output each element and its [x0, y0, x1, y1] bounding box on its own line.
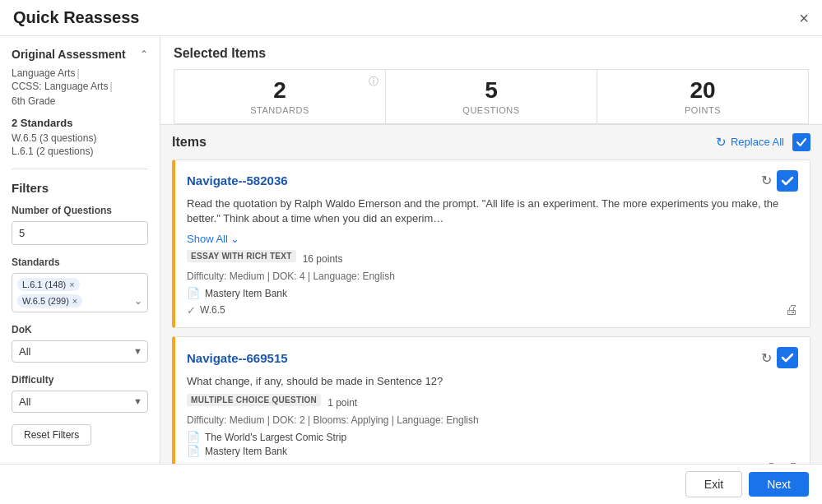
item-standard-tag-1: ✓ W.6.5 [187, 304, 225, 317]
stats-row: ⓘ 2 STANDARDS 5 QUESTIONS 20 POINTS [174, 69, 809, 124]
item-2-check-badge[interactable] [777, 347, 798, 368]
dok-select[interactable]: All [12, 341, 128, 362]
standard-item-2: L.6.1 (2 questions) [12, 146, 148, 157]
replace-all-label: Replace All [731, 136, 784, 148]
modal-header: Quick Reassess × [0, 0, 822, 36]
item-source-row-1: 📄 Mastery Item Bank [187, 287, 798, 299]
stat-label-standards: STANDARDS [174, 105, 385, 115]
difficulty-select-row: All ▼ [12, 391, 148, 413]
meta-subject: Language Arts [12, 67, 75, 79]
replace-icon: ↻ [716, 135, 727, 150]
stat-card-points: 20 POINTS [597, 69, 809, 124]
item-id-2: Navigate--669515 [187, 351, 288, 365]
item-1-check-badge[interactable] [777, 170, 798, 192]
standards-tags-container: L.6.1 (148) × W.6.5 (299) × ⌄ [12, 273, 148, 312]
selected-items-header: Selected Items ⓘ 2 STANDARDS 5 QUESTIONS… [160, 36, 822, 125]
sidebar: Original Assessment ⌃ Language Arts | CC… [0, 36, 160, 464]
original-assessment-chevron-icon[interactable]: ⌃ [140, 49, 148, 60]
num-questions-input-row: ▲ ▼ [12, 221, 148, 245]
item-card-1: Navigate--582036 ↻ Read the quotation by… [172, 160, 810, 328]
item-footer-actions-1: 🖨 [785, 303, 798, 317]
item-standard-1: W.6.5 [200, 304, 225, 316]
item-standard-row-1: ✓ W.6.5 🖨 [187, 303, 798, 317]
item-2-print-button[interactable]: 🖨 [785, 460, 798, 464]
meta-sep1: | [77, 67, 79, 79]
item-type-row-1: ESSAY WITH RICH TEXT 16 points [187, 250, 798, 267]
item-card-2-actions: ↻ [761, 347, 798, 368]
standards-tag-l61: L.6.1 (148) × [17, 278, 80, 291]
items-toolbar: Items ↻ Replace All [172, 133, 810, 151]
item-source-row-2b: 📄 Mastery Item Bank [187, 445, 798, 457]
close-button[interactable]: × [799, 10, 809, 26]
reset-filters-button[interactable]: Reset Filters [12, 424, 91, 446]
item-source-2b: Mastery Item Bank [205, 446, 287, 457]
items-section: Items ↻ Replace All [160, 125, 822, 464]
item-id-1: Navigate--582036 [187, 173, 288, 187]
difficulty-chevron-icon: ▼ [128, 396, 147, 406]
meta-sep2: | [109, 81, 112, 92]
modal-body: Original Assessment ⌃ Language Arts | CC… [0, 36, 822, 464]
item-description-1: Read the quotation by Ralph Waldo Emerso… [187, 197, 798, 226]
dok-select-row: All ▼ [12, 340, 148, 363]
filters-title: Filters [12, 181, 148, 195]
item-description-2: What change, if any, should be made in S… [187, 375, 443, 387]
standard-icon-1: ✓ [187, 304, 196, 317]
item-points-2: 1 point [327, 397, 357, 409]
select-all-checkbox[interactable] [792, 133, 810, 151]
source-icon-2b: 📄 [187, 445, 200, 457]
replace-all-button[interactable]: ↻ Replace All [716, 135, 784, 150]
item-card-2-header: Navigate--669515 ↻ [187, 347, 798, 368]
item-card-1-header: Navigate--582036 ↻ [187, 170, 798, 192]
stat-label-questions: QUESTIONS [386, 105, 597, 115]
standards-chevron-icon[interactable]: ⌄ [134, 295, 142, 307]
modal-title: Quick Reassess [13, 8, 139, 27]
item-1-refresh-button[interactable]: ↻ [761, 173, 772, 188]
item-footer-actions-2: 👁 🖨 [765, 460, 798, 464]
item-points-1: 16 points [303, 253, 343, 265]
exit-button[interactable]: Exit [685, 471, 742, 497]
item-source-row-2a: 📄 The World's Largest Comic Strip [187, 431, 798, 443]
tag-remove-l61[interactable]: × [69, 280, 74, 289]
difficulty-select[interactable]: All [12, 391, 128, 412]
meta-css: CCSS: Language Arts [12, 81, 108, 92]
standard-item-1: W.6.5 (3 questions) [12, 132, 148, 144]
assessment-grade: 6th Grade [12, 95, 148, 107]
stat-label-points: POINTS [597, 105, 808, 115]
item-source-1: Mastery Item Bank [205, 288, 287, 299]
item-standard-2: W.6.5 [200, 462, 225, 464]
item-type-badge-2: MULTIPLE CHOICE QUESTION [187, 394, 321, 406]
dok-label: DoK [12, 324, 148, 335]
stat-value-points: 20 [597, 78, 808, 104]
item-card-2: Navigate--669515 ↻ What change, if any, … [172, 336, 810, 464]
modal-footer: Exit Next [0, 464, 822, 504]
info-icon: ⓘ [369, 75, 378, 89]
standards-header: 2 Standards [12, 117, 148, 129]
standards-tag-w65: W.6.5 (299) × [17, 294, 82, 307]
num-questions-label: Number of Questions [12, 205, 148, 216]
num-questions-input[interactable] [12, 223, 148, 243]
item-standard-row-2: ✓ W.6.5 👁 🖨 [187, 460, 798, 464]
item-card-1-actions: ↻ [761, 170, 798, 192]
item-1-show-all-link[interactable]: Show All ⌄ [187, 233, 239, 245]
tag-label-w65: W.6.5 (299) [22, 296, 69, 306]
item-1-print-button[interactable]: 🖨 [785, 303, 798, 317]
original-assessment-header: Original Assessment ⌃ [12, 48, 148, 61]
item-2-eye-button[interactable]: 👁 [765, 460, 778, 464]
item-type-badge-1: ESSAY WITH RICH TEXT [187, 250, 296, 262]
standards-filter-label: Standards [12, 257, 148, 268]
dok-chevron-icon: ▼ [128, 346, 147, 356]
tag-remove-w65[interactable]: × [72, 296, 77, 306]
items-title: Items [172, 135, 207, 150]
stat-card-questions: 5 QUESTIONS [385, 69, 597, 124]
modal-container: Quick Reassess × Original Assessment ⌃ L… [0, 0, 822, 504]
stat-card-standards: ⓘ 2 STANDARDS [174, 69, 385, 124]
difficulty-label: Difficulty [12, 374, 148, 386]
item-2-refresh-button[interactable]: ↻ [761, 350, 772, 366]
tag-label-l61: L.6.1 (148) [22, 280, 66, 289]
selected-items-title: Selected Items [174, 46, 809, 61]
item-source-2a: The World's Largest Comic Strip [205, 432, 346, 443]
stat-value-standards: 2 [174, 78, 385, 104]
item-type-row-2: MULTIPLE CHOICE QUESTION 1 point [187, 394, 798, 411]
source-icon-1: 📄 [187, 287, 200, 299]
next-button[interactable]: Next [749, 472, 809, 497]
